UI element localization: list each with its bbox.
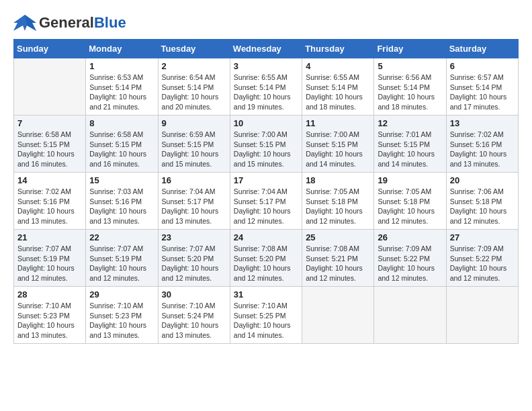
day-number: 28 bbox=[17, 289, 82, 300]
daylight-text: Daylight: 10 hours and 15 minutes. bbox=[162, 150, 219, 168]
day-number: 18 bbox=[306, 175, 370, 185]
day-number: 6 bbox=[450, 61, 515, 71]
calendar-day-cell: 20 Sunrise: 7:06 AM Sunset: 5:18 PM Dayl… bbox=[446, 173, 518, 230]
day-info: Sunrise: 7:10 AM Sunset: 5:25 PM Dayligh… bbox=[234, 301, 298, 340]
sunset-text: Sunset: 5:15 PM bbox=[306, 140, 358, 148]
sunset-text: Sunset: 5:22 PM bbox=[450, 255, 502, 263]
daylight-text: Daylight: 10 hours and 13 minutes. bbox=[89, 207, 146, 225]
sunset-text: Sunset: 5:20 PM bbox=[162, 255, 214, 263]
daylight-text: Daylight: 10 hours and 18 minutes. bbox=[306, 93, 363, 111]
calendar-day-cell: 5 Sunrise: 6:56 AM Sunset: 5:14 PM Dayli… bbox=[374, 58, 446, 116]
sunrise-text: Sunrise: 7:10 AM bbox=[162, 302, 216, 310]
logo-icon bbox=[13, 13, 36, 32]
day-number: 30 bbox=[162, 289, 226, 300]
calendar-day-cell bbox=[14, 58, 86, 116]
day-info: Sunrise: 7:02 AM Sunset: 5:16 PM Dayligh… bbox=[450, 130, 515, 169]
day-info: Sunrise: 7:03 AM Sunset: 5:16 PM Dayligh… bbox=[89, 187, 154, 226]
daylight-text: Daylight: 10 hours and 12 minutes. bbox=[17, 264, 75, 282]
day-info: Sunrise: 6:59 AM Sunset: 5:15 PM Dayligh… bbox=[162, 130, 226, 169]
daylight-text: Daylight: 10 hours and 12 minutes. bbox=[450, 207, 507, 225]
sunrise-text: Sunrise: 7:08 AM bbox=[306, 244, 359, 253]
day-number: 23 bbox=[162, 232, 226, 242]
sunrise-text: Sunrise: 7:10 AM bbox=[234, 302, 287, 310]
day-number: 3 bbox=[234, 61, 298, 71]
daylight-text: Daylight: 10 hours and 13 minutes. bbox=[162, 207, 219, 225]
sunset-text: Sunset: 5:14 PM bbox=[162, 83, 214, 91]
sunset-text: Sunset: 5:15 PM bbox=[378, 140, 430, 148]
day-info: Sunrise: 6:55 AM Sunset: 5:14 PM Dayligh… bbox=[234, 73, 298, 112]
daylight-text: Daylight: 10 hours and 14 minutes. bbox=[234, 321, 291, 339]
sunset-text: Sunset: 5:19 PM bbox=[89, 255, 142, 263]
day-number: 9 bbox=[162, 118, 226, 128]
sunrise-text: Sunrise: 6:55 AM bbox=[306, 73, 359, 81]
sunset-text: Sunset: 5:23 PM bbox=[17, 312, 70, 320]
page-header: GeneralBlue bbox=[13, 13, 519, 32]
sunrise-text: Sunrise: 7:09 AM bbox=[450, 244, 504, 253]
day-number: 14 bbox=[17, 175, 82, 185]
day-number: 17 bbox=[234, 175, 298, 185]
sunrise-text: Sunrise: 7:10 AM bbox=[89, 302, 143, 310]
sunset-text: Sunset: 5:15 PM bbox=[17, 140, 70, 148]
sunset-text: Sunset: 5:21 PM bbox=[306, 255, 358, 263]
day-info: Sunrise: 7:09 AM Sunset: 5:22 PM Dayligh… bbox=[378, 244, 442, 283]
sunrise-text: Sunrise: 6:59 AM bbox=[162, 130, 216, 138]
sunrise-text: Sunrise: 7:10 AM bbox=[17, 302, 71, 310]
daylight-text: Daylight: 10 hours and 16 minutes. bbox=[17, 150, 75, 168]
weekday-header-wednesday: Wednesday bbox=[230, 40, 302, 58]
logo: GeneralBlue bbox=[13, 13, 126, 32]
calendar-day-cell: 11 Sunrise: 7:00 AM Sunset: 5:15 PM Dayl… bbox=[302, 116, 374, 173]
daylight-text: Daylight: 10 hours and 12 minutes. bbox=[450, 264, 507, 282]
day-info: Sunrise: 6:58 AM Sunset: 5:15 PM Dayligh… bbox=[89, 130, 154, 169]
sunrise-text: Sunrise: 7:07 AM bbox=[89, 244, 143, 253]
day-number: 4 bbox=[306, 61, 370, 71]
day-info: Sunrise: 7:07 AM Sunset: 5:20 PM Dayligh… bbox=[162, 244, 226, 283]
weekday-header-tuesday: Tuesday bbox=[158, 40, 230, 58]
daylight-text: Daylight: 10 hours and 12 minutes. bbox=[234, 207, 291, 225]
sunset-text: Sunset: 5:18 PM bbox=[450, 197, 502, 205]
calendar-week-row: 21 Sunrise: 7:07 AM Sunset: 5:19 PM Dayl… bbox=[14, 230, 519, 287]
daylight-text: Daylight: 10 hours and 18 minutes. bbox=[378, 93, 435, 111]
calendar-day-cell: 1 Sunrise: 6:53 AM Sunset: 5:14 PM Dayli… bbox=[86, 58, 158, 116]
calendar-day-cell: 22 Sunrise: 7:07 AM Sunset: 5:19 PM Dayl… bbox=[86, 230, 158, 287]
sunset-text: Sunset: 5:15 PM bbox=[89, 140, 142, 148]
calendar-table: SundayMondayTuesdayWednesdayThursdayFrid… bbox=[13, 39, 519, 344]
calendar-day-cell bbox=[302, 287, 374, 344]
sunset-text: Sunset: 5:19 PM bbox=[17, 255, 70, 263]
day-info: Sunrise: 7:10 AM Sunset: 5:24 PM Dayligh… bbox=[162, 301, 226, 340]
sunrise-text: Sunrise: 7:05 AM bbox=[378, 187, 431, 195]
calendar-header-row: SundayMondayTuesdayWednesdayThursdayFrid… bbox=[14, 40, 519, 58]
calendar-week-row: 7 Sunrise: 6:58 AM Sunset: 5:15 PM Dayli… bbox=[14, 116, 519, 173]
daylight-text: Daylight: 10 hours and 15 minutes. bbox=[234, 150, 291, 168]
day-number: 13 bbox=[450, 118, 515, 128]
daylight-text: Daylight: 10 hours and 12 minutes. bbox=[234, 264, 291, 282]
day-number: 16 bbox=[162, 175, 226, 185]
sunrise-text: Sunrise: 6:56 AM bbox=[378, 73, 431, 81]
sunset-text: Sunset: 5:14 PM bbox=[306, 83, 358, 91]
calendar-day-cell: 10 Sunrise: 7:00 AM Sunset: 5:15 PM Dayl… bbox=[230, 116, 302, 173]
daylight-text: Daylight: 10 hours and 17 minutes. bbox=[450, 93, 507, 111]
day-info: Sunrise: 7:05 AM Sunset: 5:18 PM Dayligh… bbox=[306, 187, 370, 226]
calendar-day-cell: 23 Sunrise: 7:07 AM Sunset: 5:20 PM Dayl… bbox=[158, 230, 230, 287]
day-number: 26 bbox=[378, 232, 442, 242]
calendar-day-cell bbox=[374, 287, 446, 344]
day-info: Sunrise: 7:00 AM Sunset: 5:15 PM Dayligh… bbox=[306, 130, 370, 169]
calendar-day-cell: 14 Sunrise: 7:02 AM Sunset: 5:16 PM Dayl… bbox=[14, 173, 86, 230]
day-number: 27 bbox=[450, 232, 515, 242]
sunrise-text: Sunrise: 7:08 AM bbox=[234, 244, 287, 253]
daylight-text: Daylight: 10 hours and 20 minutes. bbox=[162, 93, 219, 111]
sunset-text: Sunset: 5:17 PM bbox=[234, 197, 286, 205]
calendar-day-cell: 29 Sunrise: 7:10 AM Sunset: 5:23 PM Dayl… bbox=[86, 287, 158, 344]
day-number: 15 bbox=[89, 175, 154, 185]
day-number: 21 bbox=[17, 232, 82, 242]
day-info: Sunrise: 7:09 AM Sunset: 5:22 PM Dayligh… bbox=[450, 244, 515, 283]
sunrise-text: Sunrise: 6:57 AM bbox=[450, 73, 504, 81]
calendar-week-row: 1 Sunrise: 6:53 AM Sunset: 5:14 PM Dayli… bbox=[14, 58, 519, 116]
sunrise-text: Sunrise: 7:04 AM bbox=[234, 187, 287, 195]
logo-text: GeneralBlue bbox=[39, 15, 126, 30]
calendar-week-row: 28 Sunrise: 7:10 AM Sunset: 5:23 PM Dayl… bbox=[14, 287, 519, 344]
calendar-day-cell: 12 Sunrise: 7:01 AM Sunset: 5:15 PM Dayl… bbox=[374, 116, 446, 173]
day-info: Sunrise: 7:04 AM Sunset: 5:17 PM Dayligh… bbox=[234, 187, 298, 226]
daylight-text: Daylight: 10 hours and 13 minutes. bbox=[17, 321, 75, 339]
daylight-text: Daylight: 10 hours and 14 minutes. bbox=[306, 150, 363, 168]
calendar-day-cell: 7 Sunrise: 6:58 AM Sunset: 5:15 PM Dayli… bbox=[14, 116, 86, 173]
